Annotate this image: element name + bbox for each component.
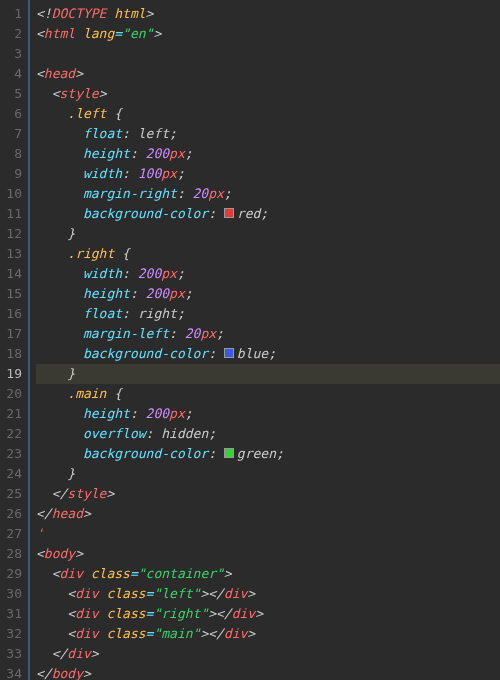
- code-area[interactable]: <!DOCTYPE html> <html lang="en"> <head> …: [30, 0, 500, 680]
- code-line: </body>: [36, 664, 500, 680]
- code-line: float: left;: [36, 124, 500, 144]
- code-line: <div class="left"></div>: [36, 584, 500, 604]
- line-number: 27: [0, 524, 22, 544]
- code-line: <div class="container">: [36, 564, 500, 584]
- code-line: <div class="main"></div>: [36, 624, 500, 644]
- code-line: <head>: [36, 64, 500, 84]
- code-line: <style>: [36, 84, 500, 104]
- line-number: 5: [0, 84, 22, 104]
- code-line: </div>: [36, 644, 500, 664]
- line-number: 9: [0, 164, 22, 184]
- line-number: 24: [0, 464, 22, 484]
- code-line: ': [36, 524, 500, 544]
- code-line: [36, 44, 500, 64]
- code-line: }: [36, 464, 500, 484]
- code-line: overflow: hidden;: [36, 424, 500, 444]
- line-number: 34: [0, 664, 22, 680]
- code-editor[interactable]: 1234567891011121314151617181920212223242…: [0, 0, 500, 680]
- code-line: height: 200px;: [36, 144, 500, 164]
- code-line: width: 100px;: [36, 164, 500, 184]
- code-line: .main {: [36, 384, 500, 404]
- line-number: 17: [0, 324, 22, 344]
- line-number: 26: [0, 504, 22, 524]
- line-number: 30: [0, 584, 22, 604]
- code-line: background-color: green;: [36, 444, 500, 464]
- code-line: }: [36, 224, 500, 244]
- code-line: background-color: blue;: [36, 344, 500, 364]
- code-line: <html lang="en">: [36, 24, 500, 44]
- code-line: height: 200px;: [36, 404, 500, 424]
- color-swatch-red: [224, 208, 234, 218]
- color-swatch-blue: [224, 348, 234, 358]
- code-line: </style>: [36, 484, 500, 504]
- line-number: 18: [0, 344, 22, 364]
- line-number: 4: [0, 64, 22, 84]
- line-number: 31: [0, 604, 22, 624]
- line-number: 21: [0, 404, 22, 424]
- code-line: margin-left: 20px;: [36, 324, 500, 344]
- color-swatch-green: [224, 448, 234, 458]
- line-number: 22: [0, 424, 22, 444]
- line-number: 6: [0, 104, 22, 124]
- code-line: <body>: [36, 544, 500, 564]
- line-number: 29: [0, 564, 22, 584]
- line-number: 28: [0, 544, 22, 564]
- line-number: 33: [0, 644, 22, 664]
- code-line: width: 200px;: [36, 264, 500, 284]
- code-line: <div class="right"></div>: [36, 604, 500, 624]
- line-number: 7: [0, 124, 22, 144]
- code-line: .left {: [36, 104, 500, 124]
- line-number: 2: [0, 24, 22, 44]
- line-number: 10: [0, 184, 22, 204]
- line-number: 1: [0, 4, 22, 24]
- code-line: <!DOCTYPE html>: [36, 4, 500, 24]
- line-number-gutter: 1234567891011121314151617181920212223242…: [0, 0, 28, 680]
- line-number: 32: [0, 624, 22, 644]
- line-number: 3: [0, 44, 22, 64]
- code-line: height: 200px;: [36, 284, 500, 304]
- line-number: 25: [0, 484, 22, 504]
- line-number: 23: [0, 444, 22, 464]
- line-number: 19: [0, 364, 22, 384]
- line-number: 11: [0, 204, 22, 224]
- code-line: background-color: red;: [36, 204, 500, 224]
- code-line: margin-right: 20px;: [36, 184, 500, 204]
- code-line: </head>: [36, 504, 500, 524]
- line-number: 8: [0, 144, 22, 164]
- line-number: 20: [0, 384, 22, 404]
- line-number: 14: [0, 264, 22, 284]
- line-number: 13: [0, 244, 22, 264]
- line-number: 15: [0, 284, 22, 304]
- code-line: float: right;: [36, 304, 500, 324]
- line-number: 16: [0, 304, 22, 324]
- code-line-active: }: [36, 364, 500, 384]
- code-line: .right {: [36, 244, 500, 264]
- line-number: 12: [0, 224, 22, 244]
